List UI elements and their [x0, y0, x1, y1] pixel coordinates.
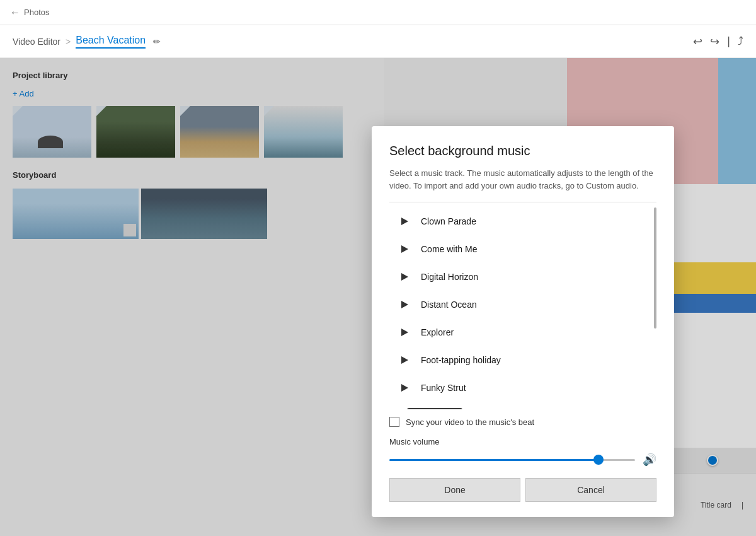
top-bar: ← Photos	[0, 0, 756, 25]
back-button[interactable]: ← Photos	[10, 7, 49, 18]
music-item-foot-tapping-holiday[interactable]: Foot-tapping holiday	[389, 346, 656, 374]
title-bar: Video Editor > Beach Vacation ✏ ↩ ↪ | ⤴	[0, 25, 756, 58]
music-name-come-with-me: Come with Me	[421, 244, 477, 254]
cancel-button[interactable]: Cancel	[525, 478, 656, 502]
music-item-come-with-me[interactable]: Come with Me	[389, 235, 656, 263]
back-arrow-icon: ←	[10, 7, 20, 18]
sync-label: Sync your video to the music's beat	[406, 417, 534, 427]
modal-footer: Done Cancel	[389, 478, 656, 502]
music-item-digital-horizon[interactable]: Digital Horizon	[389, 263, 656, 291]
breadcrumb-parent[interactable]: Video Editor	[13, 37, 60, 47]
edit-title-icon[interactable]: ✏	[153, 37, 161, 47]
play-button-clown-parade[interactable]	[396, 213, 413, 230]
volume-icon: 🔊	[643, 453, 656, 467]
volume-slider[interactable]	[389, 453, 635, 466]
play-button-happy-beat[interactable]	[396, 407, 413, 409]
music-name-digital-horizon: Digital Horizon	[421, 272, 478, 282]
music-name-clown-parade: Clown Parade	[421, 216, 476, 226]
play-triangle-icon-funky-strut	[401, 384, 408, 392]
main-area: Project library + Add Storyboard	[0, 58, 756, 536]
scroll-indicator	[654, 207, 656, 329]
music-item-funky-strut[interactable]: Funky Strut	[389, 374, 656, 402]
volume-track	[389, 459, 635, 461]
play-triangle-icon-explorer	[401, 329, 408, 336]
toolbar-divider: |	[727, 35, 730, 48]
sync-row: Sync your video to the music's beat	[389, 417, 656, 427]
music-name-distant-ocean: Distant Ocean	[421, 300, 477, 310]
music-name-foot-tapping-holiday: Foot-tapping holiday	[421, 355, 501, 365]
play-triangle-icon-clown-parade	[401, 218, 408, 225]
title-actions: ↩ ↪ | ⤴	[693, 35, 743, 49]
volume-thumb[interactable]	[593, 455, 604, 465]
music-name-explorer: Explorer	[421, 327, 454, 337]
play-triangle-icon-digital-horizon	[401, 273, 408, 281]
music-item-clown-parade[interactable]: Clown Parade	[389, 207, 656, 235]
modal-divider	[389, 202, 656, 202]
modal-title: Select background music	[389, 144, 656, 158]
done-button[interactable]: Done	[389, 478, 520, 502]
undo-button[interactable]: ↩	[693, 35, 702, 49]
share-button[interactable]: ⤴	[738, 35, 743, 48]
volume-label: Music volume	[389, 437, 656, 446]
breadcrumb-separator: >	[66, 37, 71, 47]
play-button-come-with-me[interactable]	[396, 240, 413, 258]
modal-description: Select a music track. The music automati…	[389, 167, 656, 192]
play-button-funky-strut[interactable]	[396, 379, 413, 397]
redo-button[interactable]: ↪	[710, 35, 719, 49]
music-modal: Select background music Select a music t…	[372, 126, 674, 517]
app-name: Photos	[24, 8, 49, 17]
play-triangle-icon-distant-ocean	[401, 301, 408, 308]
music-item-explorer[interactable]: Explorer	[389, 318, 656, 346]
play-button-explorer[interactable]	[396, 323, 413, 341]
breadcrumb-current: Beach Vacation	[76, 35, 146, 49]
sync-checkbox[interactable]	[389, 417, 399, 427]
music-item-distant-ocean[interactable]: Distant Ocean	[389, 291, 656, 318]
play-triangle-icon-come-with-me	[401, 245, 408, 253]
play-preview-tooltip: Play preview	[407, 408, 462, 409]
play-button-distant-ocean[interactable]	[396, 296, 413, 313]
music-list[interactable]: Clown ParadeCome with MeDigital HorizonD…	[389, 207, 656, 409]
play-button-digital-horizon[interactable]	[396, 268, 413, 286]
music-name-funky-strut: Funky Strut	[421, 383, 466, 393]
music-item-happy-beat[interactable]: Happy BeatPlay preview	[389, 402, 656, 409]
play-button-foot-tapping-holiday[interactable]	[396, 351, 413, 369]
play-triangle-icon-foot-tapping-holiday	[401, 356, 408, 364]
volume-row: 🔊	[389, 453, 656, 467]
